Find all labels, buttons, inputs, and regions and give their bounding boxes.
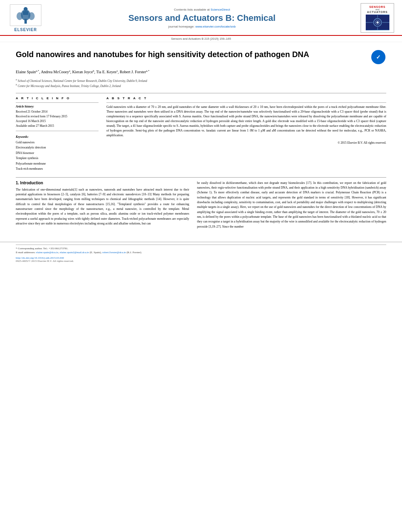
abstract-text: Gold nanowires with a diameter of 70 ± 2… xyxy=(106,105,386,138)
divider-top xyxy=(16,93,386,93)
elsevier-logo-image xyxy=(10,4,41,26)
keywords-label: Keywords: xyxy=(16,135,99,139)
journal-header: ELSEVIER Contents lists available at Sci… xyxy=(0,0,402,36)
sensors-label-act: ACTUATORS xyxy=(367,11,387,13)
section1-right-text: be easily dissolved in dichloromethane, … xyxy=(197,181,386,229)
abstract-column: A B S T R A C T Gold nanowires with a di… xyxy=(106,96,386,172)
email-link-1[interactable]: elaine.spain@dcu.ie xyxy=(36,251,58,254)
svg-point-9 xyxy=(376,21,379,24)
body-right-column: be easily dissolved in dichloromethane, … xyxy=(197,181,386,232)
sensors-actuators-logo: SENSORS and ACTUATORS xyxy=(361,3,394,33)
sensors-logo-image xyxy=(366,15,389,30)
homepage-line: journal homepage: www.elsevier.com/locat… xyxy=(51,25,353,28)
article-content: Gold nanowires and nanotubes for high se… xyxy=(0,42,402,236)
keyword-2: Electrocatalytic detection xyxy=(16,145,99,150)
article-footer: * Corresponding author. Tel.: +353 86127… xyxy=(0,242,402,266)
revised-date: Received in revised form 17 February 201… xyxy=(16,114,99,119)
affiliations: a School of Chemical Sciences, National … xyxy=(16,78,386,88)
section1-left-text: The fabrication of one-dimensional mater… xyxy=(16,187,189,226)
issn-line: 0925-4005/© 2015 Elsevier B.V. All right… xyxy=(16,260,386,263)
sensors-label-top: SENSORS xyxy=(369,6,385,8)
crossmark-container: ✓ xyxy=(370,49,386,65)
keyword-3: DNA biosensor xyxy=(16,150,99,156)
article-info-column: A R T I C L E I N F O Article history: R… xyxy=(16,96,99,172)
divider-bottom xyxy=(16,177,386,178)
email-link-2[interactable]: elaine.spain2@mail.dcu.ie xyxy=(60,251,89,254)
svg-point-3 xyxy=(28,12,35,20)
article-info-heading: A R T I C L E I N F O xyxy=(16,96,99,100)
copyright: © 2015 Elsevier B.V. All rights reserved… xyxy=(106,141,386,145)
homepage-link[interactable]: www.elsevier.com/locate/snb xyxy=(195,25,236,28)
keywords-section: Keywords: Gold nanowires Electrocatalyti… xyxy=(16,135,99,172)
elsevier-name: ELSEVIER xyxy=(14,28,37,32)
authors: Elaine Spaina,*, Andrea McCooeya, Kieran… xyxy=(16,69,386,75)
keyword-6: Track-etch membranes xyxy=(16,166,99,172)
email-link-3[interactable]: robert.forster@dcu.ie xyxy=(102,251,126,254)
keyword-1: Gold nanowires xyxy=(16,140,99,145)
body-left-column: 1. Introduction The fabrication of one-d… xyxy=(16,181,189,232)
elsevier-logo: ELSEVIER xyxy=(8,4,43,32)
body-section: 1. Introduction The fabrication of one-d… xyxy=(16,181,386,232)
keyword-5: Polycarbonate membrane xyxy=(16,161,99,167)
footnote-corresponding: * Corresponding author. Tel.: +353 86127… xyxy=(16,247,386,251)
volume-issue: Sensors and Actuators B 215 (2015) 159–1… xyxy=(0,36,402,42)
journal-title: Sensors and Actuators B: Chemical xyxy=(51,13,353,23)
svg-point-2 xyxy=(17,12,23,20)
svg-point-4 xyxy=(24,7,28,11)
available-date: Available online 27 March 2015 xyxy=(16,124,99,128)
journal-center: Contents lists available at ScienceDirec… xyxy=(43,8,361,28)
crossmark-icon[interactable]: ✓ xyxy=(371,50,385,64)
abstract-heading: A B S T R A C T xyxy=(106,96,386,100)
section1-title: 1. Introduction xyxy=(16,181,189,185)
footnote-email: E-mail addresses: elaine.spain@dcu.ie, e… xyxy=(16,250,386,255)
info-abstract-section: A R T I C L E I N F O Article history: R… xyxy=(16,96,386,172)
svg-rect-5 xyxy=(23,11,28,15)
sciencedirect-link[interactable]: ScienceDirect xyxy=(210,8,230,11)
doi-line[interactable]: http://dx.doi.org/10.1016/j.snb.2015.03.… xyxy=(16,256,386,260)
page: ELSEVIER Contents lists available at Sci… xyxy=(0,0,402,532)
title-section: Gold nanowires and nanotubes for high se… xyxy=(16,49,386,65)
svg-text:✓: ✓ xyxy=(376,54,381,60)
article-history-label: Article history: xyxy=(16,105,99,108)
keyword-4: Template synthesis xyxy=(16,156,99,161)
article-title: Gold nanowires and nanotubes for high se… xyxy=(16,49,370,59)
contents-line: Contents lists available at ScienceDirec… xyxy=(51,8,353,11)
received-date: Received 21 October 2014 xyxy=(16,109,99,114)
accepted-date: Accepted 16 March 2015 xyxy=(16,119,99,124)
